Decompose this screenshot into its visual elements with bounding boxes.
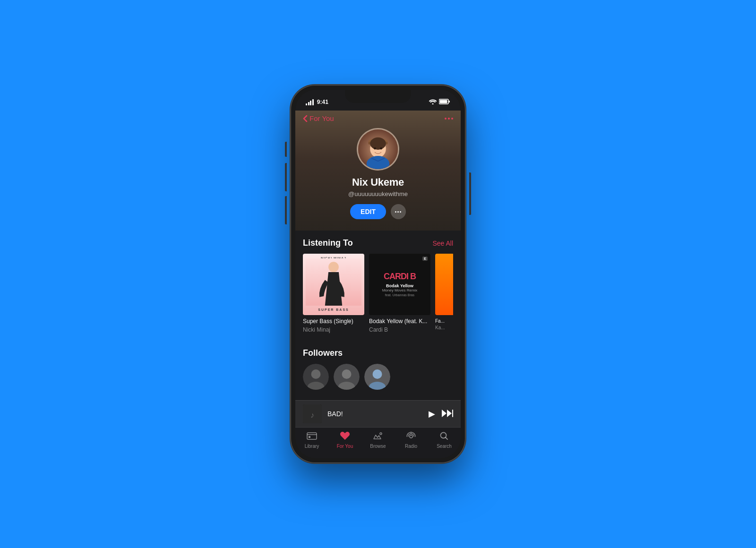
radio-icon xyxy=(406,431,416,442)
svg-point-12 xyxy=(328,262,339,272)
profile-handle: @uuuuuuuukewithme xyxy=(348,190,408,197)
album-artist-2: Cardi B xyxy=(369,326,430,333)
heart-icon xyxy=(340,431,350,442)
followers-title: Followers xyxy=(303,348,343,358)
album-card-nicki[interactable]: NICKI MINAJ xyxy=(303,254,364,333)
tab-radio-label: Radio xyxy=(405,444,417,449)
album-title-2: Bodak Yellow (feat. K... xyxy=(369,318,430,325)
followers-section: Followers xyxy=(295,333,461,390)
album-title-3: Fa... xyxy=(435,318,453,324)
album-title-1: Super Bass (Single) xyxy=(303,318,364,325)
wifi-icon xyxy=(429,99,437,106)
back-button[interactable]: For You xyxy=(303,114,334,122)
back-label: For You xyxy=(309,114,334,122)
svg-rect-2 xyxy=(449,101,450,103)
follower-item-3[interactable] xyxy=(364,364,390,390)
follower-item-1[interactable] xyxy=(303,364,329,390)
library-icon xyxy=(307,431,317,442)
svg-point-20 xyxy=(373,369,382,379)
tab-browse[interactable]: Browse xyxy=(366,431,390,449)
content-area: Listening To See All NICKI MINAJ xyxy=(295,231,461,400)
phone-outer: 9:41 xyxy=(291,85,465,463)
listening-to-section: Listening To See All NICKI MINAJ xyxy=(295,231,461,333)
album-card-3[interactable]: Fa... Ka... xyxy=(435,254,453,333)
tab-search[interactable]: Search xyxy=(432,431,456,449)
svg-point-14 xyxy=(311,369,321,379)
svg-point-27 xyxy=(380,433,382,435)
svg-point-17 xyxy=(342,369,352,379)
skip-button[interactable] xyxy=(442,410,453,419)
avatar xyxy=(357,128,399,171)
profile-name: Nix Ukeme xyxy=(352,176,404,188)
listening-to-title: Listening To xyxy=(303,238,353,248)
play-button[interactable]: ▶ xyxy=(429,409,435,419)
see-all-button[interactable]: See All xyxy=(432,240,453,247)
tab-browse-label: Browse xyxy=(370,444,386,449)
explicit-badge: E xyxy=(422,257,428,261)
mini-track-title: BAD! xyxy=(327,410,423,418)
svg-point-7 xyxy=(370,137,386,150)
notch xyxy=(345,90,411,103)
battery-icon xyxy=(439,99,450,106)
svg-rect-26 xyxy=(309,436,310,438)
follower-item-2[interactable] xyxy=(334,364,360,390)
tab-for-you-label: For You xyxy=(337,444,353,449)
hero-section: For You xyxy=(295,111,461,231)
svg-rect-24 xyxy=(452,410,453,417)
svg-rect-1 xyxy=(440,100,447,103)
tab-bar: Library For You Brows xyxy=(295,427,461,458)
phone-screen: 9:41 xyxy=(295,90,461,458)
album-artist-1: Nicki Minaj xyxy=(303,326,364,333)
tab-library-label: Library xyxy=(305,444,319,449)
more-round-button[interactable] xyxy=(391,204,406,219)
album-card-cardi[interactable]: E CARDI B Bodak Yellow Money Moves Remix… xyxy=(369,254,430,333)
search-icon xyxy=(439,431,449,442)
tab-for-you[interactable]: For You xyxy=(333,431,357,449)
mini-album-art: ♪ xyxy=(303,404,322,423)
svg-text:♪: ♪ xyxy=(310,411,314,419)
signal-icon xyxy=(306,99,314,105)
more-options-button[interactable] xyxy=(445,118,453,120)
svg-point-28 xyxy=(410,435,412,438)
time-display: 9:41 xyxy=(317,99,328,105)
tab-search-label: Search xyxy=(437,444,452,449)
browse-icon xyxy=(373,431,383,442)
svg-rect-25 xyxy=(307,433,317,439)
svg-point-8 xyxy=(374,147,376,150)
tab-library[interactable]: Library xyxy=(300,431,324,449)
album-artist-3: Ka... xyxy=(435,325,453,330)
edit-button[interactable]: EDIT xyxy=(350,204,386,219)
mini-player[interactable]: ♪ BAD! ▶ xyxy=(295,400,461,427)
svg-point-9 xyxy=(380,147,382,150)
tab-radio[interactable]: Radio xyxy=(399,431,423,449)
